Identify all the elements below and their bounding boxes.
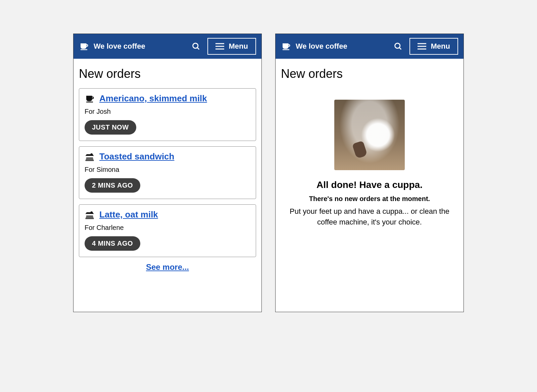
time-badge: JUST NOW (85, 120, 136, 135)
order-card: Americano, skimmed milk For Josh JUST NO… (79, 88, 256, 141)
page-title: New orders (281, 67, 458, 81)
search-button[interactable] (189, 40, 203, 53)
order-card: Toasted sandwich For Simona 2 MINS AGO (79, 146, 256, 199)
menu-label: Menu (431, 42, 450, 51)
empty-state: All done! Have a cuppa. There's no new o… (281, 88, 458, 231)
search-icon (393, 42, 403, 51)
app-header: We love coffee Menu (276, 34, 463, 59)
menu-button[interactable]: Menu (207, 38, 256, 55)
search-icon (191, 42, 201, 51)
app-header: We love coffee Menu (74, 34, 261, 59)
hamburger-icon (418, 43, 426, 50)
order-card: Latte, oat milk For Charlene 4 MINS AGO (79, 204, 256, 257)
time-badge: 4 MINS AGO (85, 236, 140, 251)
screen-empty-state: We love coffee Menu New orders All done!… (275, 34, 464, 312)
page-title: New orders (79, 67, 256, 81)
svg-point-0 (193, 43, 198, 48)
content-area: New orders Americano, skimmed milk For J… (74, 59, 261, 280)
app-title: We love coffee (94, 42, 185, 51)
coffee-cup-icon (281, 41, 291, 51)
empty-body: Put your feet up and have a cuppa... or … (284, 206, 455, 228)
order-title-link[interactable]: Americano, skimmed milk (99, 93, 207, 104)
svg-point-5 (395, 43, 400, 48)
order-for: For Charlene (85, 224, 250, 232)
food-icon (85, 210, 95, 220)
content-area: New orders All done! Have a cuppa. There… (276, 59, 463, 239)
see-more-link[interactable]: See more... (146, 262, 189, 272)
coffee-icon (85, 94, 95, 104)
app-title: We love coffee (296, 42, 387, 51)
svg-line-1 (197, 48, 199, 50)
empty-subtitle: There's no new orders at the moment. (284, 195, 455, 203)
order-title-link[interactable]: Latte, oat milk (99, 209, 158, 220)
search-button[interactable] (391, 40, 405, 53)
coffee-cup-icon (79, 41, 89, 51)
hamburger-icon (215, 43, 224, 50)
order-title-link[interactable]: Toasted sandwich (99, 151, 174, 162)
empty-title: All done! Have a cuppa. (284, 180, 455, 190)
see-more-container: See more... (79, 262, 256, 272)
menu-label: Menu (229, 42, 248, 51)
svg-line-6 (399, 48, 401, 50)
order-for: For Simona (85, 166, 250, 174)
coffee-photo (334, 100, 405, 170)
menu-button[interactable]: Menu (409, 38, 458, 55)
food-icon (85, 152, 95, 162)
order-for: For Josh (85, 108, 250, 115)
screen-with-orders: We love coffee Menu New orders Americano… (73, 34, 262, 312)
time-badge: 2 MINS AGO (85, 178, 140, 193)
